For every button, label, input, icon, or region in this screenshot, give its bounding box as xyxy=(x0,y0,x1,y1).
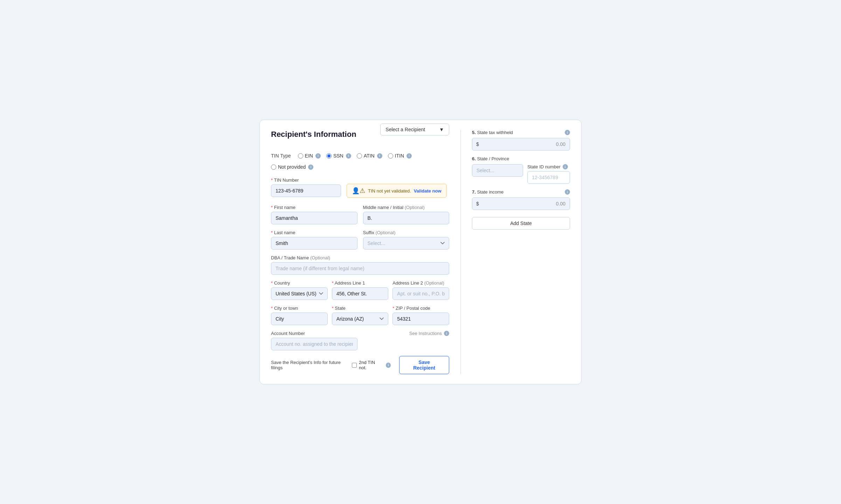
account-number-wrap: Account Number xyxy=(271,331,357,350)
ssn-info-icon[interactable]: i xyxy=(346,153,351,159)
last-name-wrap: * Last name xyxy=(271,230,357,250)
header-row: Recipient's Information Select a Recipie… xyxy=(271,130,449,146)
city-wrap: * City or town xyxy=(271,306,328,325)
country-wrap: * Country United States (US) Canada xyxy=(271,280,328,300)
state-wrap: * State Arizona (AZ) California (CA) Tex… xyxy=(332,306,389,325)
state-income-input[interactable] xyxy=(472,197,570,210)
state-province-select-wrap: Select... Arizona (AZ) California (CA) xyxy=(472,164,523,184)
state-province-header: 6. State / Province xyxy=(472,156,570,161)
tin-number-field-wrap: * TIN Number xyxy=(271,177,341,197)
suffix-select[interactable]: Select... Jr. Sr. II III xyxy=(363,237,450,250)
dba-input[interactable] xyxy=(271,262,449,275)
tin-type-ein[interactable]: EIN i xyxy=(298,153,321,159)
address-line2-input[interactable] xyxy=(392,287,449,300)
state-income-header: 7. State income i xyxy=(472,189,570,195)
recipients-information-card: Recipient's Information Select a Recipie… xyxy=(259,120,582,384)
first-name-wrap: * First name xyxy=(271,205,357,224)
address-line1-wrap: * Address Line 1 xyxy=(332,280,389,300)
validate-now-link[interactable]: Validate now xyxy=(414,188,442,194)
not-provided-info-icon[interactable]: i xyxy=(308,164,313,170)
state-income-input-wrap: $ xyxy=(472,197,570,210)
save-recipient-button[interactable]: Save Recipient xyxy=(399,356,449,374)
city-input[interactable] xyxy=(271,313,328,325)
state-tax-dollar-sign: $ xyxy=(476,141,479,147)
state-select[interactable]: Arizona (AZ) California (CA) Texas (TX) xyxy=(332,313,389,325)
ein-info-icon[interactable]: i xyxy=(315,153,321,159)
state-tax-input[interactable] xyxy=(472,138,570,150)
save-text: Save the Recipient's Info for future fil… xyxy=(271,360,352,370)
zip-input[interactable] xyxy=(392,313,449,325)
middle-name-wrap: Middle name / Initial (Optional) xyxy=(363,205,450,224)
see-instructions-wrap: See Instructions i xyxy=(363,331,450,337)
page-title: Recipient's Information xyxy=(271,130,356,139)
city-state-zip-row: * City or town * State Arizona (AZ) Cali… xyxy=(271,306,449,325)
state-province-select[interactable]: Select... Arizona (AZ) California (CA) xyxy=(472,164,523,177)
tin-number-row: * TIN Number 👤⚠ TIN not yet validated. V… xyxy=(271,177,449,198)
zip-wrap: * ZIP / Postal code xyxy=(392,306,449,325)
middle-name-input[interactable] xyxy=(363,212,450,224)
second-tin-info-icon[interactable]: i xyxy=(386,363,391,368)
itin-info-icon[interactable]: i xyxy=(406,153,412,159)
left-panel: Recipient's Information Select a Recipie… xyxy=(271,130,449,374)
state-id-wrap: State ID number i xyxy=(527,164,570,184)
account-number-input[interactable] xyxy=(271,338,357,350)
tin-type-label: TIN Type xyxy=(271,153,291,159)
tin-type-not-provided[interactable]: Not provided i xyxy=(271,164,313,170)
tin-type-itin[interactable]: ITIN i xyxy=(388,153,412,159)
add-state-button[interactable]: Add State xyxy=(472,217,570,230)
account-number-row: Account Number See Instructions i xyxy=(271,331,449,350)
state-id-input[interactable] xyxy=(527,171,570,184)
first-name-input[interactable] xyxy=(271,212,357,224)
chevron-down-icon: ▼ xyxy=(439,127,444,132)
country-select[interactable]: United States (US) Canada xyxy=(271,287,328,300)
state-tax-info-icon[interactable]: i xyxy=(565,130,570,135)
panel-divider xyxy=(460,130,461,374)
second-tin-checkbox-label[interactable]: 2nd TIN not. i xyxy=(352,360,391,370)
warning-person-icon: 👤⚠ xyxy=(352,187,365,195)
address-line1-input[interactable] xyxy=(332,287,389,300)
tin-type-ssn[interactable]: SSN i xyxy=(326,153,351,159)
state-id-info-icon[interactable]: i xyxy=(563,164,568,169)
last-name-input[interactable] xyxy=(271,237,357,250)
see-instructions-info-icon[interactable]: i xyxy=(444,331,449,336)
validate-banner: 👤⚠ TIN not yet validated. Validate now xyxy=(347,184,447,198)
state-income-dollar-sign: $ xyxy=(476,201,479,206)
name-row: * First name Middle name / Initial (Opti… xyxy=(271,205,449,224)
bottom-row: Save the Recipient's Info for future fil… xyxy=(271,356,449,374)
second-tin-checkbox[interactable] xyxy=(352,363,357,368)
state-province-row: Select... Arizona (AZ) California (CA) S… xyxy=(472,164,570,184)
select-recipient-button[interactable]: Select a Recipient ▼ xyxy=(380,124,449,135)
address-line2-wrap: Address Line 2 (Optional) xyxy=(392,280,449,300)
state-tax-header: 5. State tax withheld i xyxy=(472,130,570,135)
tin-type-atin[interactable]: ATIN i xyxy=(357,153,382,159)
tin-type-row: TIN Type EIN i SSN i ATIN i ITIN i xyxy=(271,153,449,170)
address-row1: * Country United States (US) Canada * Ad… xyxy=(271,280,449,300)
atin-info-icon[interactable]: i xyxy=(377,153,382,159)
state-tax-input-wrap: $ xyxy=(472,138,570,150)
dba-wrap: DBA / Trade Name (Optional) xyxy=(271,255,449,275)
last-name-row: * Last name Suffix (Optional) Select... … xyxy=(271,230,449,250)
state-income-info-icon[interactable]: i xyxy=(565,189,570,195)
suffix-wrap: Suffix (Optional) Select... Jr. Sr. II I… xyxy=(363,230,450,250)
tin-number-input[interactable] xyxy=(271,184,341,197)
right-panel: 5. State tax withheld i $ 6. State / Pro… xyxy=(472,130,570,374)
